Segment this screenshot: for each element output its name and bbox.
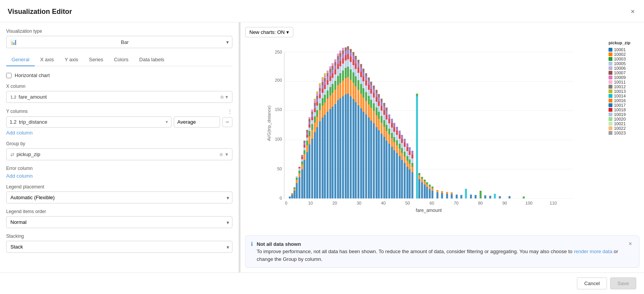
svg-rect-288 bbox=[383, 103, 385, 106]
x-column-selector[interactable]: 1.2 fare_amount ⊗ ▾ bbox=[6, 91, 232, 103]
legend-items-order-select[interactable]: Normal Alphabetical Reversed bbox=[6, 216, 232, 228]
svg-rect-258 bbox=[373, 93, 375, 97]
svg-rect-275 bbox=[381, 134, 383, 198]
svg-text:60: 60 bbox=[429, 201, 434, 205]
svg-rect-132 bbox=[330, 81, 331, 87]
svg-rect-332 bbox=[404, 163, 406, 198]
svg-rect-375 bbox=[432, 186, 434, 188]
svg-rect-65 bbox=[309, 122, 311, 124]
svg-text:100: 100 bbox=[525, 201, 532, 205]
chevron-down-icon: ▾ bbox=[166, 119, 168, 124]
svg-rect-238 bbox=[365, 76, 367, 81]
svg-rect-199 bbox=[353, 83, 355, 99]
svg-rect-246 bbox=[368, 77, 370, 81]
legend-items-order-label: Legend items order bbox=[6, 209, 232, 214]
svg-rect-151 bbox=[335, 62, 336, 66]
svg-rect-305 bbox=[391, 128, 393, 133]
svg-rect-152 bbox=[335, 59, 336, 62]
svg-rect-351 bbox=[412, 167, 414, 172]
tab-general[interactable]: General bbox=[6, 54, 35, 66]
svg-rect-312 bbox=[393, 127, 395, 132]
svg-rect-247 bbox=[370, 121, 372, 198]
legend-item: 10013 bbox=[609, 89, 639, 94]
svg-rect-230 bbox=[363, 76, 365, 81]
clear-icon[interactable]: ⊗ bbox=[220, 94, 224, 100]
svg-rect-274 bbox=[378, 94, 380, 97]
svg-rect-109 bbox=[322, 82, 324, 85]
tab-x-axis[interactable]: X axis bbox=[35, 54, 59, 66]
svg-rect-264 bbox=[376, 102, 378, 108]
tab-colors[interactable]: Colors bbox=[109, 54, 134, 66]
svg-rect-311 bbox=[393, 132, 395, 137]
x-column-value: fare_amount bbox=[18, 94, 218, 100]
svg-rect-184 bbox=[347, 94, 349, 198]
stacking-select[interactable]: Stack None Normalized bbox=[6, 241, 232, 253]
svg-rect-376 bbox=[437, 192, 439, 198]
svg-rect-90 bbox=[316, 99, 318, 102]
remove-y-column-button[interactable]: − bbox=[222, 117, 232, 127]
svg-rect-284 bbox=[383, 120, 385, 127]
svg-rect-245 bbox=[368, 81, 370, 85]
svg-rect-334 bbox=[404, 152, 406, 156]
more-options-icon[interactable]: ⋮ bbox=[227, 108, 232, 114]
render-more-data-link[interactable]: render more data bbox=[574, 249, 612, 254]
svg-rect-84 bbox=[314, 99, 316, 101]
svg-rect-114 bbox=[324, 95, 326, 102]
close-button[interactable]: × bbox=[629, 6, 636, 17]
svg-rect-25 bbox=[289, 197, 291, 198]
alert-title: Not all data shown bbox=[257, 241, 301, 247]
svg-rect-46 bbox=[304, 160, 306, 198]
group-by-selector[interactable]: ⇄ pickup_zip ⊗ ▾ bbox=[6, 148, 232, 160]
new-charts-toggle[interactable]: New charts: ON ▾ bbox=[245, 27, 293, 37]
svg-rect-337 bbox=[404, 139, 406, 143]
svg-text:80: 80 bbox=[478, 201, 483, 205]
legend-item: 10017 bbox=[609, 103, 639, 108]
svg-rect-104 bbox=[322, 106, 324, 118]
svg-rect-82 bbox=[314, 103, 316, 106]
svg-rect-139 bbox=[332, 84, 334, 93]
svg-rect-121 bbox=[327, 112, 329, 198]
cancel-button[interactable]: Cancel bbox=[577, 277, 607, 289]
tab-series[interactable]: Series bbox=[84, 54, 109, 66]
svg-rect-99 bbox=[319, 91, 321, 94]
svg-rect-361 bbox=[421, 182, 423, 198]
clear-icon[interactable]: ⊗ bbox=[219, 152, 223, 157]
y-column-selector[interactable]: 1.2 trip_distance ▾ bbox=[6, 116, 172, 128]
svg-rect-277 bbox=[381, 116, 383, 123]
svg-rect-219 bbox=[360, 108, 362, 198]
horizontal-chart-checkbox[interactable] bbox=[6, 73, 12, 78]
svg-text:40: 40 bbox=[381, 201, 385, 205]
svg-rect-387 bbox=[470, 195, 472, 198]
svg-rect-69 bbox=[311, 130, 313, 139]
alert-close-button[interactable]: × bbox=[627, 240, 634, 247]
aggregation-select[interactable]: Average Sum Count Min Max bbox=[174, 116, 220, 128]
vis-type-selector[interactable]: 📊 Bar ▾ bbox=[6, 36, 232, 48]
svg-rect-310 bbox=[393, 137, 395, 142]
svg-rect-390 bbox=[484, 195, 486, 198]
modal-header: Visualization Editor × bbox=[0, 0, 644, 22]
svg-rect-56 bbox=[306, 138, 308, 141]
svg-rect-278 bbox=[381, 111, 383, 116]
svg-rect-253 bbox=[370, 82, 372, 85]
svg-rect-37 bbox=[299, 171, 301, 173]
add-error-column-link[interactable]: Add column bbox=[6, 173, 33, 179]
svg-rect-161 bbox=[340, 98, 341, 198]
svg-text:70: 70 bbox=[454, 201, 458, 205]
svg-rect-183 bbox=[345, 47, 347, 51]
y-columns-label: Y columns bbox=[6, 109, 28, 114]
svg-rect-137 bbox=[332, 107, 334, 198]
svg-rect-250 bbox=[370, 94, 372, 100]
add-y-column-link[interactable]: Add column bbox=[6, 130, 33, 136]
svg-rect-295 bbox=[386, 108, 388, 111]
svg-rect-359 bbox=[419, 175, 420, 179]
svg-rect-172 bbox=[342, 64, 344, 71]
group-by-label: Group by bbox=[6, 141, 232, 146]
legend-placement-select[interactable]: Automatic (Flexible) Top Bottom Left Rig… bbox=[6, 192, 232, 203]
svg-rect-364 bbox=[424, 185, 426, 198]
tab-y-axis[interactable]: Y axis bbox=[59, 54, 84, 66]
save-button[interactable]: Save bbox=[610, 277, 636, 289]
tab-data-labels[interactable]: Data labels bbox=[134, 54, 170, 66]
svg-rect-43 bbox=[301, 159, 303, 161]
left-panel: Visualization type 📊 Bar ▾ General X axi… bbox=[0, 22, 239, 272]
chevron-down-icon: ▾ bbox=[225, 151, 228, 157]
